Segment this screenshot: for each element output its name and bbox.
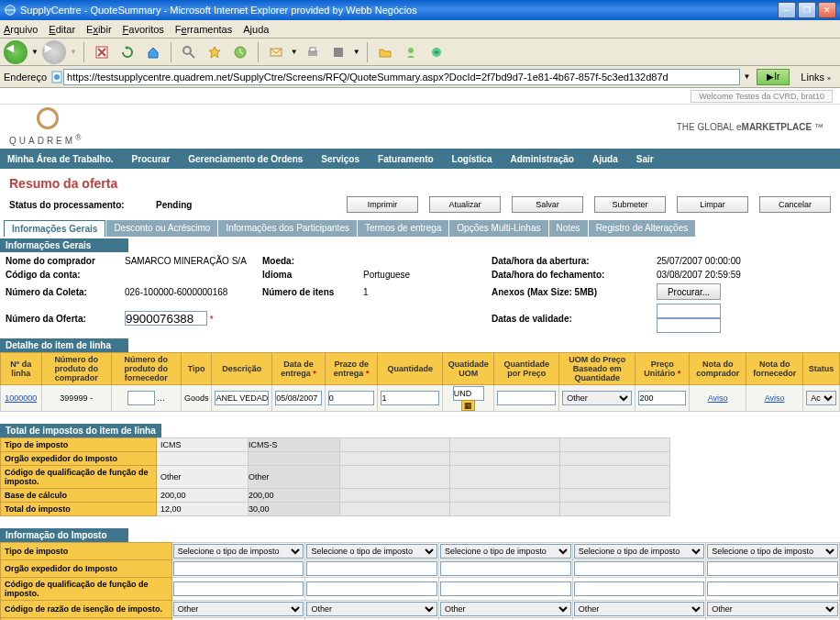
supp-prod-input[interactable] (127, 391, 155, 405)
tax-org-5[interactable] (707, 561, 838, 576)
quote-input[interactable] (125, 311, 207, 326)
tax-func-3[interactable] (440, 581, 571, 596)
edit-dropdown[interactable]: ▼ (353, 48, 360, 56)
tax-type-1[interactable]: Selecione o tipo de imposto (173, 544, 304, 559)
go-button[interactable]: ▶ Ir (757, 69, 790, 85)
browse-button[interactable]: Procurar... (657, 283, 721, 300)
tax-org-1[interactable] (173, 561, 304, 576)
col-price-qty: Quantidade por Preço (494, 353, 559, 385)
brand-logo-icon (37, 107, 59, 129)
menu-exibir[interactable]: Exibir (86, 24, 112, 35)
extra-button[interactable] (426, 41, 448, 63)
tax-type-5[interactable]: Selecione o tipo de imposto (707, 544, 838, 559)
nav-orders[interactable]: Gerenciamento de Ordens (188, 154, 303, 164)
tax-org-3[interactable] (440, 561, 571, 576)
tab-delivery[interactable]: Termos de entrega (358, 220, 448, 237)
menu-ferramentas[interactable]: Ferramentas (175, 24, 232, 35)
tab-general[interactable]: Informações Gerais (4, 220, 105, 237)
history-button[interactable] (229, 41, 251, 63)
favorites-button[interactable] (204, 41, 226, 63)
home-button[interactable] (142, 41, 164, 63)
minimize-button[interactable]: ─ (778, 2, 796, 18)
address-dropdown[interactable]: ▼ (740, 72, 753, 81)
tax-exempt-4[interactable]: Other (574, 602, 705, 616)
line-no-link[interactable]: 1000000 (5, 393, 37, 403)
cell-buyer-prod: 399999 - (41, 385, 111, 412)
back-dropdown[interactable]: ▼ (31, 48, 39, 56)
menu-ajuda[interactable]: Ajuda (243, 24, 269, 35)
back-button[interactable]: ◄ (4, 40, 28, 64)
menu-arquivo[interactable]: Arquivo (4, 24, 38, 35)
tax-func-5[interactable] (707, 581, 838, 596)
tax-exempt-1[interactable]: Other (173, 602, 304, 616)
nav-help[interactable]: Ajuda (592, 154, 618, 164)
folder-button[interactable] (374, 41, 396, 63)
print-button[interactable] (302, 41, 324, 63)
desc-input[interactable] (215, 391, 269, 405)
tab-notes[interactable]: Notes (549, 220, 588, 237)
messenger-button[interactable] (400, 41, 422, 63)
tax-exempt-5[interactable]: Other (707, 602, 838, 616)
tab-discount[interactable]: Desconto ou Acréscimo (106, 220, 217, 237)
edit-button[interactable] (327, 41, 349, 63)
nav-services[interactable]: Serviços (321, 154, 359, 164)
mail-dropdown[interactable]: ▼ (291, 48, 298, 56)
stop-button[interactable] (91, 41, 113, 63)
tab-multiline[interactable]: Opções Multi-Linhas (449, 220, 547, 237)
nav-exit[interactable]: Sair (636, 154, 654, 164)
tax-func-4[interactable] (574, 581, 705, 596)
valid-to-input[interactable] (657, 318, 721, 333)
deliv-date-input[interactable] (275, 391, 322, 405)
links-button[interactable]: Links » (795, 72, 836, 83)
deliv-term-input[interactable] (328, 391, 375, 405)
maximize-button[interactable]: ❐ (798, 2, 816, 18)
tab-changes[interactable]: Registro de Alterações (589, 220, 696, 237)
lookup-icon[interactable]: … (157, 393, 165, 403)
clear-action[interactable]: Limpar (677, 196, 748, 213)
price-uom-select[interactable]: Other (562, 391, 632, 405)
menu-favoritos[interactable]: Favoritos (123, 24, 164, 35)
update-action[interactable]: Atualizar (429, 196, 501, 213)
col-deliv-date: Data de entrega (281, 360, 314, 378)
section-taxinfo-header: Informação do Imposto (0, 528, 128, 542)
submit-action[interactable]: Submeter (594, 196, 666, 213)
qty-uom-input[interactable] (453, 386, 484, 401)
unit-price-input[interactable] (638, 391, 686, 405)
nav-billing[interactable]: Faturamento (378, 154, 434, 164)
tax-func-2[interactable] (306, 581, 437, 596)
valid-from-input[interactable] (657, 304, 721, 318)
mail-button[interactable] (265, 41, 287, 63)
tax-exempt-3[interactable]: Other (440, 602, 571, 616)
tax-org-4[interactable] (574, 561, 705, 576)
tax-func-1[interactable] (173, 581, 304, 596)
print-action[interactable]: Imprimir (347, 196, 418, 213)
tax-exempt-2[interactable]: Other (306, 602, 437, 616)
nav-workspace[interactable]: Minha Área de Trabalho. (7, 154, 114, 164)
tax-type-3[interactable]: Selecione o tipo de imposto (440, 544, 571, 559)
fwd-dropdown[interactable]: ▼ (70, 48, 77, 56)
supp-note-link[interactable]: Aviso (765, 393, 785, 403)
tab-participants[interactable]: Informações dos Participantes (218, 220, 357, 237)
cancel-action[interactable]: Cancelar (759, 196, 831, 213)
tax-type-2[interactable]: Selecione o tipo de imposto (306, 544, 437, 559)
nav-admin[interactable]: Administração (511, 154, 574, 164)
section-taxtotal-header: Total de impostos do item de linha (0, 424, 161, 437)
brand-tagline: THE GLOBAL eMARKETPLACE ™ (92, 122, 831, 132)
qty-input[interactable] (381, 391, 439, 405)
calendar-icon[interactable]: ▦ (461, 400, 475, 411)
tax-org-2[interactable] (306, 561, 437, 576)
buyer-note-link[interactable]: Aviso (708, 393, 728, 403)
menu-editar[interactable]: Editar (49, 24, 75, 35)
search-button[interactable] (178, 41, 200, 63)
refresh-button[interactable] (116, 41, 138, 63)
close-button[interactable]: ✕ (818, 2, 836, 18)
price-qty-input[interactable] (497, 391, 556, 405)
nav-logistics[interactable]: Logística (452, 154, 492, 164)
save-action[interactable]: Salvar (512, 196, 583, 213)
tax-type-4[interactable]: Selecione o tipo de imposto (574, 544, 705, 559)
nav-search[interactable]: Procurar (132, 154, 171, 164)
status-select[interactable]: Aceitar (806, 391, 836, 405)
forward-button[interactable]: ► (42, 40, 66, 64)
address-input[interactable] (63, 69, 740, 85)
tax-info-table: Tipo de imposto Selecione o tipo de impo… (0, 542, 840, 620)
